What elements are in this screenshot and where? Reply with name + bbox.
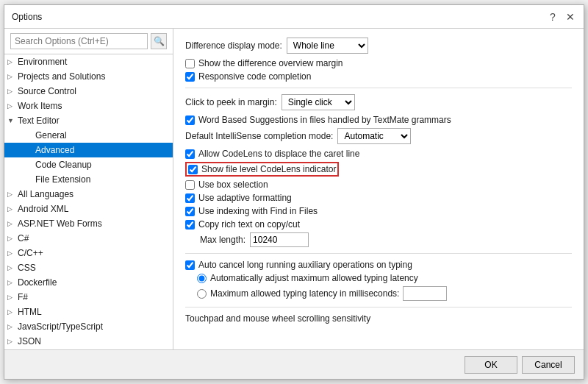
use-indexing-checkbox[interactable] (185, 207, 195, 216)
sidebar-item-label: HTML (18, 307, 42, 317)
sidebar-item-label: F# (18, 292, 28, 302)
max-allowed-input[interactable] (403, 286, 447, 301)
arrow-icon: ▷ (7, 58, 18, 65)
show-file-level-checkbox[interactable] (188, 165, 198, 174)
allow-codelens-checkbox[interactable] (185, 149, 195, 159)
max-length-input[interactable] (250, 232, 309, 247)
copy-rich-text-label: Copy rich text on copy/cut (198, 219, 300, 230)
close-button[interactable]: ✕ (564, 11, 576, 23)
arrow-icon: ▷ (7, 205, 18, 213)
sidebar-item-label: All Languages (18, 189, 74, 199)
left-panel: 🔍 ▷ Environment ▷ Projects and Solutions… (4, 29, 173, 349)
auto-adjust-row: Automatically adjust maximum allowed typ… (185, 273, 572, 283)
use-adaptive-row: Use adaptive formatting (185, 193, 572, 203)
arrow-icon: ▷ (7, 220, 18, 227)
max-allowed-row: Maximum allowed typing latency in millis… (185, 286, 572, 301)
sidebar-item-html[interactable]: ▷ HTML (4, 305, 173, 319)
sidebar-item-label: Code Cleanup (35, 160, 92, 170)
word-based-checkbox[interactable] (185, 115, 195, 125)
arrow-icon: ▷ (7, 73, 18, 80)
auto-cancel-label: Auto cancel long running auxiliary opera… (198, 260, 412, 270)
sidebar-item-aspnet[interactable]: ▷ ASP.NET Web Forms (4, 216, 173, 231)
sidebar-item-label: Dockerfile (18, 277, 57, 288)
auto-cancel-row: Auto cancel long running auxiliary opera… (185, 260, 572, 270)
sidebar-item-label: C# (18, 233, 29, 243)
use-indexing-row: Use indexing with Find in Files (185, 206, 572, 216)
arrow-icon: ▷ (7, 88, 18, 95)
sidebar-item-cpp[interactable]: ▷ C/C++ (4, 246, 173, 260)
default-intellisense-label: Default IntelliSense completion mode: (185, 131, 333, 141)
arrow-icon: ▷ (7, 235, 18, 242)
sidebar-item-advanced[interactable]: Advanced (4, 143, 173, 157)
use-box-selection-checkbox[interactable] (185, 180, 195, 190)
sidebar-item-dockerfile[interactable]: ▷ Dockerfile (4, 275, 173, 290)
sidebar-item-general[interactable]: General (4, 128, 173, 143)
sidebar-item-fsharp[interactable]: ▷ F# (4, 290, 173, 305)
sidebar-item-label: JavaScript/TypeScript (18, 321, 103, 332)
options-dialog: Options ? ✕ 🔍 ▷ Environment ▷ Project (4, 4, 584, 380)
arrow-icon: ▷ (7, 308, 18, 316)
max-length-label: Max length: (200, 235, 245, 245)
sidebar-item-projects[interactable]: ▷ Projects and Solutions (4, 69, 173, 84)
sidebar-item-source-control[interactable]: ▷ Source Control (4, 84, 173, 99)
use-adaptive-label: Use adaptive formatting (198, 193, 292, 203)
search-input[interactable] (10, 33, 148, 49)
allow-codelens-row: Allow CodeLens to displace the caret lin… (185, 149, 572, 159)
sidebar-item-label: Text Editor (18, 115, 60, 126)
sidebar-item-environment[interactable]: ▷ Environment (4, 54, 173, 69)
right-panel: Difference display mode: Whole line None… (173, 29, 584, 349)
sidebar-item-file-extension[interactable]: File Extension (4, 172, 173, 187)
copy-rich-text-row: Copy rich text on copy/cut (185, 219, 572, 230)
show-overview-margin-checkbox[interactable] (185, 59, 195, 68)
sidebar-item-text-editor[interactable]: ▼ Text Editor (4, 113, 173, 128)
sidebar-item-label: Android XML (18, 204, 68, 214)
auto-cancel-checkbox[interactable] (185, 260, 195, 270)
sidebar-item-label: C/C++ (18, 248, 43, 258)
sidebar-item-label: Source Control (18, 86, 76, 96)
word-based-row: Word Based Suggestions in files handled … (185, 115, 572, 125)
help-button[interactable]: ? (547, 11, 559, 23)
sidebar-item-csharp[interactable]: ▷ C# (4, 231, 173, 246)
responsive-code-label: Responsive code completion (198, 71, 311, 82)
search-box: 🔍 (4, 29, 173, 54)
sidebar-item-css[interactable]: ▷ CSS (4, 260, 173, 275)
show-overview-margin-label: Show the difference overview margin (198, 58, 343, 68)
responsive-code-checkbox[interactable] (185, 72, 195, 82)
sidebar-item-work-items[interactable]: ▷ Work Items (4, 99, 173, 113)
sidebar-item-label: JSON (18, 336, 41, 346)
show-overview-margin-row: Show the difference overview margin (185, 58, 572, 68)
arrow-icon: ▷ (7, 338, 18, 345)
click-to-peek-label: Click to peek in margin: (185, 97, 277, 107)
title-bar: Options ? ✕ (4, 5, 584, 29)
search-icon[interactable]: 🔍 (151, 33, 167, 49)
max-allowed-radio[interactable] (197, 289, 207, 299)
dialog-title: Options (12, 12, 42, 22)
copy-rich-text-checkbox[interactable] (185, 220, 195, 230)
arrow-icon: ▷ (7, 323, 18, 330)
use-indexing-label: Use indexing with Find in Files (198, 206, 318, 216)
use-adaptive-checkbox[interactable] (185, 193, 195, 203)
auto-adjust-label: Automatically adjust maximum allowed typ… (210, 273, 418, 283)
title-bar-controls: ? ✕ (547, 11, 576, 23)
cancel-button[interactable]: Cancel (522, 356, 575, 374)
default-intellisense-select[interactable]: Automatic Tab-only Enter-only (337, 128, 411, 144)
difference-display-mode-select[interactable]: Whole line None Character level (287, 38, 368, 54)
touchpad-label: Touchpad and mouse wheel scrolling sensi… (185, 313, 370, 324)
sidebar-item-json[interactable]: ▷ JSON (4, 334, 173, 349)
sidebar-item-label: Environment (18, 57, 67, 67)
auto-adjust-radio[interactable] (197, 274, 207, 283)
ok-button[interactable]: OK (465, 356, 517, 374)
click-to-peek-row: Click to peek in margin: Single click Do… (185, 94, 572, 110)
sidebar-item-javascript[interactable]: ▷ JavaScript/TypeScript (4, 319, 173, 334)
sidebar-item-android-xml[interactable]: ▷ Android XML (4, 202, 173, 216)
word-based-label: Word Based Suggestions in files handled … (198, 115, 451, 125)
sidebar-item-label: Work Items (18, 101, 62, 111)
click-to-peek-select[interactable]: Single click Double click (282, 94, 355, 110)
sidebar-item-all-languages[interactable]: ▷ All Languages (4, 187, 173, 202)
default-intellisense-row: Default IntelliSense completion mode: Au… (185, 128, 572, 144)
touchpad-row: Touchpad and mouse wheel scrolling sensi… (185, 313, 572, 324)
bottom-bar: OK Cancel (4, 349, 584, 379)
sidebar-item-code-cleanup[interactable]: Code Cleanup (4, 157, 173, 172)
arrow-icon: ▼ (7, 117, 18, 124)
sidebar-item-label: Projects and Solutions (18, 71, 105, 82)
